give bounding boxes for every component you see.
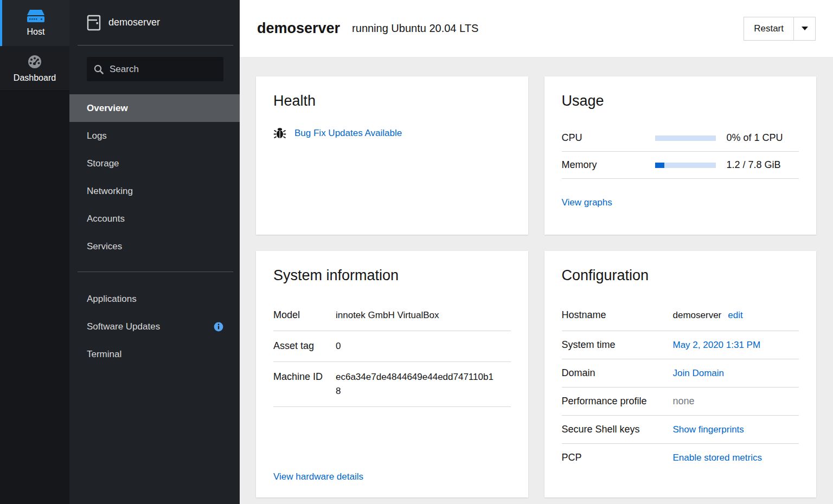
restart-split-button: Restart <box>744 17 816 41</box>
sidebar-item-label: Software Updates <box>87 313 160 340</box>
server-outline-icon <box>87 14 101 31</box>
bug-icon <box>273 127 286 140</box>
sidebar-item-label: Storage <box>87 150 119 177</box>
sidebar-item-label: Applications <box>87 285 137 313</box>
cpu-progress-bar <box>655 135 716 141</box>
info-icon[interactable] <box>214 322 223 332</box>
page-header: demoserver running Ubuntu 20.04 LTS Rest… <box>240 0 833 57</box>
pcp-row: PCP Enable stored metrics <box>562 444 799 471</box>
asset-tag-row: Asset tag 0 <box>273 331 511 362</box>
sidebar-primary-nav: Overview Logs Storage Networking Account… <box>69 94 240 260</box>
usage-card: Usage CPU 0% of 1 CPU Memory <box>544 76 817 235</box>
hostname-row: Hostname demoserver edit <box>562 300 799 331</box>
system-time-row: System time May 2, 2020 1:31 PM <box>562 331 799 359</box>
chevron-down-icon <box>802 27 808 30</box>
sidebar-search <box>87 57 223 81</box>
system-information-rows: Model innotek GmbH VirtualBox Asset tag … <box>273 300 511 407</box>
performance-profile-label: Performance profile <box>562 396 673 407</box>
host-tab[interactable]: Host <box>0 0 69 46</box>
memory-usage-value: 1.2 / 7.8 GiB <box>727 159 781 171</box>
usage-card-title: Usage <box>562 93 799 109</box>
performance-profile-row: Performance profile none <box>562 387 799 416</box>
sidebar-item-label: Terminal <box>87 340 121 368</box>
asset-tag-value: 0 <box>336 339 498 353</box>
pcp-label: PCP <box>562 452 673 463</box>
show-fingerprints-link[interactable]: Show fingerprints <box>673 424 744 435</box>
sidebar-item-accounts[interactable]: Accounts <box>69 205 240 232</box>
sidebar-item-services[interactable]: Services <box>69 232 240 260</box>
health-card: Health <box>256 76 528 235</box>
memory-usage-row: Memory 1.2 / 7.8 GiB <box>562 152 799 179</box>
overview-content: Health <box>240 57 833 497</box>
system-time-link[interactable]: May 2, 2020 1:31 PM <box>673 340 761 351</box>
hostname-value: demoserver <box>673 308 722 322</box>
cpu-usage-value: 0% of 1 CPU <box>727 132 783 144</box>
system-information-card: System information Model innotek GmbH Vi… <box>256 251 528 497</box>
search-input[interactable] <box>110 64 217 75</box>
cpu-usage-row: CPU 0% of 1 CPU <box>562 125 799 152</box>
system-time-label: System time <box>562 339 673 351</box>
sidebar-item-label: Logs <box>87 122 107 150</box>
sidebar-item-label: Services <box>87 232 122 260</box>
sidebar-server-header: demoserver <box>78 0 233 46</box>
sidebar-item-applications[interactable]: Applications <box>69 285 240 313</box>
system-information-title: System information <box>273 267 511 284</box>
model-value: innotek GmbH VirtualBox <box>336 308 498 322</box>
usage-rows: CPU 0% of 1 CPU Memory 1.2 / 7.8 GiB <box>562 125 799 179</box>
host-tab-label: Host <box>27 27 45 37</box>
dashboard-tab-label: Dashboard <box>14 73 56 83</box>
memory-label: Memory <box>562 159 655 171</box>
page-title: demoserver <box>257 20 340 37</box>
host-column: Host Dashboard <box>0 0 69 504</box>
bug-fix-updates-link[interactable]: Bug Fix Updates Available <box>294 128 402 139</box>
view-graphs-link[interactable]: View graphs <box>562 197 799 208</box>
secure-shell-keys-label: Secure Shell keys <box>562 424 673 435</box>
sidebar-item-label: Networking <box>87 177 133 205</box>
machine-id-label: Machine ID <box>273 371 336 383</box>
asset-tag-label: Asset tag <box>273 340 336 352</box>
restart-button[interactable]: Restart <box>744 17 793 40</box>
search-icon <box>93 64 104 75</box>
model-row: Model innotek GmbH VirtualBox <box>273 300 511 331</box>
domain-label: Domain <box>562 367 673 379</box>
sidebar-item-terminal[interactable]: Terminal <box>69 340 240 368</box>
machine-id-row: Machine ID ec6a34e7de4844649e44edd747110… <box>273 362 511 407</box>
health-card-title: Health <box>273 93 511 109</box>
sidebar-item-overview[interactable]: Overview <box>69 94 240 122</box>
sidebar-secondary-nav: Applications Software Updates Terminal <box>69 285 240 368</box>
sidebar-item-logs[interactable]: Logs <box>69 122 240 150</box>
main-area: demoserver running Ubuntu 20.04 LTS Rest… <box>240 0 833 504</box>
sidebar-item-software-updates[interactable]: Software Updates <box>69 313 240 340</box>
sidebar-item-label: Accounts <box>87 205 125 232</box>
restart-dropdown-toggle[interactable] <box>793 17 815 40</box>
dashboard-tab[interactable]: Dashboard <box>0 46 69 91</box>
sidebar: demoserver Overview Logs Storage Net <box>69 0 240 504</box>
hostname-edit-link[interactable]: edit <box>728 308 742 322</box>
enable-stored-metrics-link[interactable]: Enable stored metrics <box>673 453 762 463</box>
health-item: Bug Fix Updates Available <box>273 127 511 140</box>
view-hardware-details-link[interactable]: View hardware details <box>273 471 511 482</box>
machine-id-value: ec6a34e7de4844649e44edd747110b18 <box>336 370 498 398</box>
sidebar-divider <box>78 272 233 272</box>
secure-shell-keys-row: Secure Shell keys Show fingerprints <box>562 416 799 444</box>
configuration-rows: Hostname demoserver edit System time May… <box>562 300 799 471</box>
page-subtitle: running Ubuntu 20.04 LTS <box>352 22 478 35</box>
gauge-icon <box>27 54 43 70</box>
server-icon <box>25 9 46 23</box>
join-domain-link[interactable]: Join Domain <box>673 368 725 379</box>
domain-row: Domain Join Domain <box>562 359 799 387</box>
configuration-card: Configuration Hostname demoserver edit S… <box>544 251 817 497</box>
sidebar-item-label: Overview <box>87 94 128 122</box>
sidebar-item-storage[interactable]: Storage <box>69 150 240 177</box>
sidebar-server-name: demoserver <box>108 17 160 28</box>
model-label: Model <box>273 309 336 321</box>
performance-profile-value: none <box>673 396 695 407</box>
app-root: Host Dashboard <box>0 0 833 504</box>
hostname-label: Hostname <box>562 309 673 321</box>
cpu-label: CPU <box>562 132 655 144</box>
memory-progress-bar <box>655 163 716 168</box>
configuration-title: Configuration <box>562 267 799 284</box>
sidebar-item-networking[interactable]: Networking <box>69 177 240 205</box>
